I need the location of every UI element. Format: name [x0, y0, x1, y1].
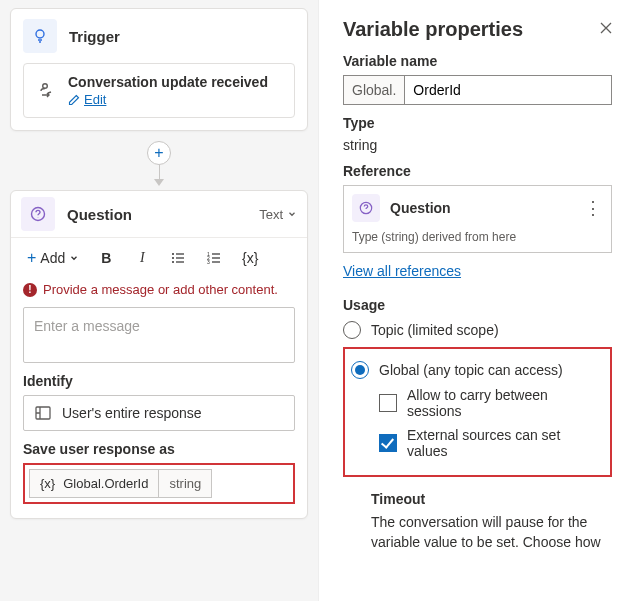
question-mark-icon [21, 197, 55, 231]
svg-rect-10 [212, 253, 220, 254]
usage-topic-radio[interactable]: Topic (limited scope) [343, 321, 612, 339]
bold-button[interactable]: B [91, 244, 121, 272]
svg-point-5 [172, 257, 174, 259]
save-variable-name: Global.OrderId [63, 476, 148, 491]
svg-rect-14 [212, 261, 220, 262]
svg-rect-8 [176, 261, 184, 262]
error-text: Provide a message or add other content. [43, 282, 278, 297]
radio-icon [343, 321, 361, 339]
svg-rect-4 [176, 253, 184, 254]
reference-label: Reference [343, 163, 612, 179]
usage-global-radio[interactable]: Global (any topic can access) [351, 361, 604, 379]
add-button-label: Add [40, 250, 65, 266]
more-menu-button[interactable]: ⋮ [584, 197, 603, 219]
error-message: ! Provide a message or add other content… [11, 278, 307, 301]
close-button[interactable] [596, 18, 616, 38]
variable-name-prefix: Global. [344, 76, 405, 104]
svg-rect-6 [176, 257, 184, 258]
message-input[interactable]: Enter a message [23, 307, 295, 363]
variable-name-input[interactable] [405, 76, 611, 104]
chevron-down-icon [287, 209, 297, 219]
trigger-title: Trigger [69, 28, 295, 45]
reference-box: Question ⋮ Type (string) derived from he… [343, 185, 612, 253]
question-type-selector[interactable]: Text [259, 207, 297, 222]
svg-point-1 [43, 83, 48, 88]
trigger-event-title: Conversation update received [68, 74, 268, 90]
question-mark-icon [352, 194, 380, 222]
save-variable-type: string [158, 469, 212, 498]
svg-text:3: 3 [207, 259, 210, 265]
svg-point-3 [172, 253, 174, 255]
svg-point-0 [36, 30, 44, 38]
chevron-down-icon [69, 253, 79, 263]
usage-global-label: Global (any topic can access) [379, 362, 563, 378]
italic-button[interactable]: I [127, 244, 157, 272]
identify-label: Identify [23, 373, 295, 389]
reference-note: Type (string) derived from here [352, 230, 603, 244]
trigger-event-card[interactable]: Conversation update received Edit [23, 63, 295, 118]
usage-topic-label: Topic (limited scope) [371, 322, 499, 338]
usage-label: Usage [343, 297, 612, 313]
type-value: string [343, 137, 612, 153]
conversation-icon [36, 81, 58, 101]
add-button[interactable]: + Add [21, 244, 85, 272]
timeout-description: The conversation will pause for the vari… [371, 513, 612, 552]
global-usage-highlight: Global (any topic can access) Allow to c… [343, 347, 612, 477]
add-node-button[interactable]: + [147, 141, 171, 165]
edit-link[interactable]: Edit [84, 92, 106, 107]
radio-selected-icon [351, 361, 369, 379]
question-type-label: Text [259, 207, 283, 222]
bullet-list-button[interactable] [163, 244, 193, 272]
timeout-label: Timeout [371, 491, 612, 507]
svg-rect-12 [212, 257, 220, 258]
toolbar: + Add B I 123 {x} [11, 238, 307, 278]
panel-title: Variable properties [343, 18, 612, 41]
variable-icon: {x} [40, 476, 55, 491]
variable-properties-panel: Variable properties Variable name Global… [318, 0, 636, 601]
external-sources-checkbox[interactable]: External sources can set values [379, 427, 604, 459]
variable-name-field: Global. [343, 75, 612, 105]
svg-point-7 [172, 261, 174, 263]
entity-icon [34, 404, 52, 422]
identify-selector[interactable]: User's entire response [23, 395, 295, 431]
variable-button[interactable]: {x} [235, 244, 265, 272]
save-variable-chip[interactable]: {x} Global.OrderId string [23, 463, 295, 504]
type-label: Type [343, 115, 612, 131]
error-icon: ! [23, 283, 37, 297]
external-sources-label: External sources can set values [407, 427, 604, 459]
carry-sessions-label: Allow to carry between sessions [407, 387, 604, 419]
pencil-icon [68, 94, 80, 106]
question-title: Question [67, 206, 259, 223]
trigger-node: Trigger Conversation update received Edi… [10, 8, 308, 131]
identify-value: User's entire response [62, 405, 202, 421]
lightbulb-icon [23, 19, 57, 53]
reference-title[interactable]: Question [390, 200, 574, 216]
question-node: Question Text + Add B I 123 {x} ! P [10, 190, 308, 519]
checkbox-icon [379, 394, 397, 412]
save-label: Save user response as [23, 441, 295, 457]
variable-name-label: Variable name [343, 53, 612, 69]
checkbox-checked-icon [379, 434, 397, 452]
connector: + [10, 131, 308, 190]
numbered-list-button[interactable]: 123 [199, 244, 229, 272]
edit-link-row: Edit [68, 92, 268, 107]
carry-sessions-checkbox[interactable]: Allow to carry between sessions [379, 387, 604, 419]
view-all-references-link[interactable]: View all references [343, 263, 461, 279]
